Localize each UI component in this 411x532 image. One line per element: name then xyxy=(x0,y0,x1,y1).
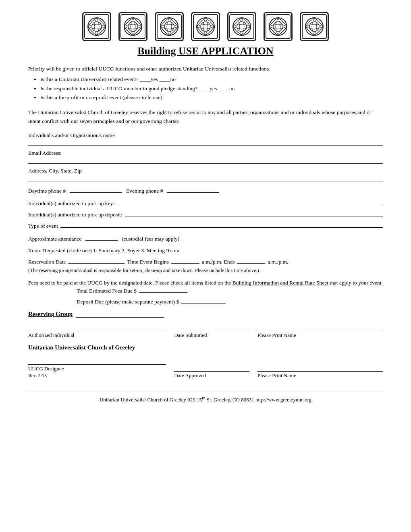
decorative-icon-6 xyxy=(264,12,293,41)
decorative-icon-3 xyxy=(155,12,184,41)
header-icons xyxy=(28,12,383,41)
please-print-name-block-2: Please Print Name xyxy=(257,364,383,379)
event-type-input[interactable] xyxy=(60,222,383,228)
pickup-deposit-row: Individual(s) authorized to pick up depo… xyxy=(28,211,383,218)
sig-row-1: Authorized individual Date Submitted Ple… xyxy=(28,324,383,339)
pickup-deposit-label: Individual(s) authorized to pick up depo… xyxy=(28,212,122,218)
svg-point-4 xyxy=(124,18,142,35)
address-input[interactable] xyxy=(28,176,383,181)
signature-section-2: UUCG Designee Rev. 2/15 Date Approved Pl… xyxy=(28,357,383,379)
time-ends-input[interactable] xyxy=(237,258,265,264)
uucg-designee-line[interactable] xyxy=(28,357,166,365)
attendance-input[interactable] xyxy=(85,235,118,241)
time-begins-suffix: a.m./p.m. Ends xyxy=(202,259,235,265)
svg-point-17 xyxy=(273,22,283,31)
fees-section: Fees need to be paid at the UUCG by the … xyxy=(28,280,383,307)
rev-label: Rev. 2/15 xyxy=(28,373,47,379)
fees-after-link: that apply to your event. xyxy=(330,280,383,286)
attendance-label: Approximate attendance xyxy=(28,233,81,244)
svg-point-8 xyxy=(164,22,174,31)
footer: Unitarian Universalist Church of Greeley… xyxy=(28,391,383,403)
authorized-individual-label: Authorized individual xyxy=(28,332,74,339)
please-print-name-line-1[interactable] xyxy=(257,324,383,331)
authorized-individual-line[interactable] xyxy=(28,324,166,331)
signature-section-1: Authorized individual Date Submitted Ple… xyxy=(28,324,383,339)
pickup-key-label: Individual(s) authorized to pick up key: xyxy=(28,200,114,207)
svg-point-20 xyxy=(309,22,319,31)
reservation-note: (The reserving group/individual is respo… xyxy=(28,267,383,274)
svg-point-2 xyxy=(92,22,102,31)
fees-link: Building Information and Rental Rate She… xyxy=(232,280,328,286)
reservation-date-label: Reservation Date xyxy=(28,259,66,265)
priority-text: Priority will be given to official UUCG … xyxy=(28,64,383,73)
svg-point-7 xyxy=(160,18,178,35)
uucg-designee-label: UUCG Designee xyxy=(28,366,64,372)
org-name-field: Individual's and/or Organization's name xyxy=(28,132,383,146)
deposit-fee-row: Deposit Due (please make separate paymen… xyxy=(77,297,383,307)
svg-point-16 xyxy=(269,18,287,35)
org-name-label: Individual's and/or Organization's name xyxy=(28,132,383,139)
decorative-icon-2 xyxy=(118,12,147,41)
please-print-name-label-2: Please Print Name xyxy=(257,372,296,379)
date-submitted-block: Date Submitted xyxy=(174,324,249,339)
section2-heading: Unitarian Universalist Church of Greeley xyxy=(28,344,383,351)
address-label: Address, City, State, Zip xyxy=(28,168,383,174)
please-print-name-block-1: Please Print Name xyxy=(257,324,383,339)
date-submitted-line[interactable] xyxy=(174,324,249,331)
attendance-row: Approximate attendance (custodial fees m… xyxy=(28,233,383,244)
reserving-group-label: Reserving Group xyxy=(28,311,73,317)
please-print-name-label-1: Please Print Name xyxy=(257,332,296,339)
deposit-fee-input[interactable] xyxy=(181,298,226,303)
room-requested-field: Room Requested (circle one) 1. Sanctuary… xyxy=(28,247,383,254)
bullet-item-3: Is this a for-profit or non-profit event… xyxy=(40,93,383,102)
svg-point-11 xyxy=(201,22,210,31)
please-print-name-line-2[interactable] xyxy=(257,364,383,372)
event-type-row: Type of event xyxy=(28,222,383,229)
date-approved-line[interactable] xyxy=(174,364,249,372)
org-name-input[interactable] xyxy=(28,140,383,146)
bullet-item-2: Is the responsible individual a UUCG mem… xyxy=(40,84,383,94)
email-input[interactable] xyxy=(28,158,383,164)
fees-intro: Fees need to be paid at the UUCG by the … xyxy=(28,280,383,286)
decorative-icon-5 xyxy=(227,12,256,41)
authorized-individual-block: Authorized individual xyxy=(28,324,166,339)
bullet-list: Is this a Unitarian Universalist related… xyxy=(40,75,383,103)
svg-point-13 xyxy=(233,18,251,35)
date-approved-label: Date Approved xyxy=(174,372,206,379)
evening-phone-input[interactable] xyxy=(167,187,219,193)
decorative-icon-1 xyxy=(82,12,111,41)
attendance-note: (custodial fees may apply) xyxy=(122,233,179,244)
reservation-time-row: Reservation Date Time Event Begins a.m./… xyxy=(28,258,383,265)
evening-phone-label: Evening phone # xyxy=(126,185,163,196)
phone-fields: Daytime phone # Evening phone # xyxy=(28,185,383,196)
date-approved-block: Date Approved xyxy=(174,364,249,379)
reservation-date-input[interactable] xyxy=(68,258,125,264)
reserving-group-section: Reserving Group xyxy=(28,311,383,318)
footer-text: Unitarian Universalist Church of Greeley… xyxy=(100,397,202,403)
pickup-key-input[interactable] xyxy=(117,200,383,205)
reserving-group-input[interactable] xyxy=(76,312,164,318)
page-title: Building USE APPLICATION xyxy=(28,45,383,57)
room-label: Room Requested (circle one) 1. Sanctuary… xyxy=(28,247,179,254)
time-ends-suffix: a.m./p.m. xyxy=(268,259,288,265)
svg-point-14 xyxy=(237,22,247,31)
decorative-icon-7 xyxy=(300,12,329,41)
footer-text2: St. Greeley, CO 80631 http://www.greeley… xyxy=(206,397,311,403)
email-label: Email Address: xyxy=(28,150,383,156)
total-fee-input[interactable] xyxy=(139,287,187,293)
address-field-container: Address, City, State, Zip xyxy=(28,168,383,181)
daytime-phone-input[interactable] xyxy=(70,187,122,193)
event-type-label: Type of event xyxy=(28,223,58,229)
total-fee-label: Total Estimated Fees Due $ xyxy=(77,286,137,296)
time-begins-input[interactable] xyxy=(171,258,199,264)
uucg-designee-block: UUCG Designee Rev. 2/15 xyxy=(28,357,166,379)
svg-point-1 xyxy=(88,18,106,35)
svg-point-10 xyxy=(197,18,214,35)
pickup-deposit-input[interactable] xyxy=(125,211,383,216)
total-fee-row: Total Estimated Fees Due $ xyxy=(77,286,383,296)
date-submitted-label: Date Submitted xyxy=(174,332,207,339)
bullet-item-1: Is this a Unitarian Universalist related… xyxy=(40,75,383,84)
decorative-icon-4 xyxy=(191,12,220,41)
svg-point-5 xyxy=(128,22,138,31)
policy-text: The Unitarian Universalist Church of Gre… xyxy=(28,108,383,125)
